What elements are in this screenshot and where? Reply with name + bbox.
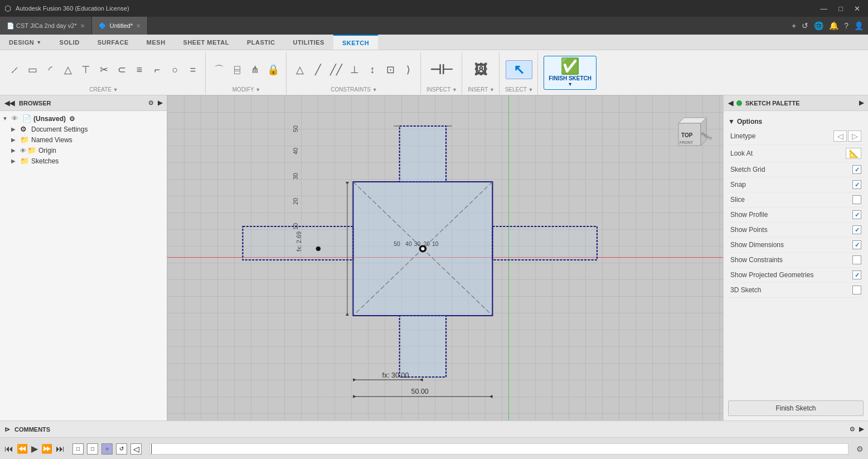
polygon-button[interactable]: △ <box>60 64 76 76</box>
sketch-offset[interactable]: ⋔ <box>247 64 263 76</box>
tab-close-cst[interactable]: ✕ <box>80 23 85 29</box>
points-checkbox[interactable]: ✓ <box>852 225 861 234</box>
design-dropdown-icon[interactable]: ▼ <box>36 40 41 45</box>
circle-button[interactable]: ○ <box>167 64 183 76</box>
snap-checkbox[interactable]: ✓ <box>852 180 861 189</box>
3dsketch-checkbox[interactable] <box>852 286 861 294</box>
tree-label-namedviews: Named Views <box>31 136 72 144</box>
constraints-dropdown[interactable]: ▼ <box>372 87 377 93</box>
marker-4[interactable]: ↺ <box>116 443 127 455</box>
tree-item-origin[interactable]: ▶ 👁 📁 Origin <box>0 145 167 156</box>
browser-collapse-icon[interactable]: ◀◀ <box>4 99 14 107</box>
canvas-area[interactable]: 50 40 30 20 10 <box>167 95 723 421</box>
palette-expand-right[interactable]: ▶ <box>859 99 864 107</box>
dimensions-checkbox[interactable]: ✓ <box>852 240 861 249</box>
go-start-button[interactable]: ⏮ <box>4 444 13 454</box>
horizontal-button[interactable]: ⊥ <box>347 64 362 76</box>
palette-options-header[interactable]: ▼ Options <box>728 115 864 128</box>
tree-item-unsaved[interactable]: ▼ 👁 📄 (Unsaved) ⚙ <box>0 113 167 124</box>
play-button[interactable]: ▶ <box>31 443 38 454</box>
tree-item-namedviews[interactable]: ▶ 📁 Named Views <box>0 134 167 145</box>
finish-sketch-ribbon-button[interactable]: ✅ FINISH SKETCH ▼ <box>544 56 597 90</box>
close-button[interactable]: ✕ <box>851 4 864 13</box>
create-dropdown[interactable]: ▼ <box>113 87 118 93</box>
inspect-dropdown[interactable]: ▼ <box>452 87 457 93</box>
ribbon-tab-utilities[interactable]: UTILITIES <box>284 35 333 50</box>
new-tab-button[interactable]: + <box>792 21 796 30</box>
ribbon-tab-sheetmetal[interactable]: SHEET METAL <box>174 35 238 50</box>
linetype-btn-2[interactable]: ▷ <box>848 131 861 142</box>
options-label: Options <box>737 118 762 125</box>
insert-dropdown[interactable]: ▼ <box>489 87 494 93</box>
view-cube[interactable]: TOP FRONT RIGHT <box>667 107 712 151</box>
midpoint-button[interactable]: ⟩ <box>400 64 416 76</box>
timeline-settings-icon[interactable]: ⚙ <box>856 444 864 453</box>
globe-icon[interactable]: 🌐 <box>814 21 823 30</box>
comments-bar: ⊳ COMMENTS ⊙ ▶ <box>0 421 868 437</box>
profile-checkbox[interactable]: ✓ <box>852 210 861 219</box>
trim-button[interactable]: ✂ <box>96 64 111 76</box>
coincident-button[interactable]: △ <box>292 64 308 76</box>
finish-sketch-palette-button[interactable]: Finish Sketch <box>728 400 864 416</box>
marker-1[interactable]: □ <box>72 443 84 455</box>
select-dropdown[interactable]: ▼ <box>528 87 533 93</box>
linetype-btn-1[interactable]: ◁ <box>833 131 847 142</box>
tree-label-docsettings: Document Settings <box>31 125 88 133</box>
account-icon[interactable]: 👤 <box>854 21 864 30</box>
ribbon-tab-plastic[interactable]: PLASTIC <box>238 35 284 50</box>
equal-button[interactable]: = <box>185 64 201 76</box>
step-back-button[interactable]: ⏪ <box>17 443 28 454</box>
tree-item-docsettings[interactable]: ▶ ⚙ Document Settings <box>0 124 167 134</box>
projected-checkbox[interactable]: ✓ <box>852 270 861 279</box>
marker-3[interactable]: ○ <box>101 443 113 455</box>
parallel-button[interactable]: ╱╱ <box>328 64 345 76</box>
modify-dropdown[interactable]: ▼ <box>255 87 260 93</box>
line-button[interactable]: ⟋ <box>7 63 22 76</box>
minimize-button[interactable]: — <box>817 4 831 13</box>
ribbon-tab-surface[interactable]: SURFACE <box>89 35 138 50</box>
select-button[interactable]: ↖ <box>506 60 532 79</box>
go-end-button[interactable]: ⏭ <box>56 444 65 454</box>
perpendicular-line-button[interactable]: ⊤ <box>78 64 94 76</box>
vertical-button[interactable]: ↕ <box>365 64 380 76</box>
collinear-button[interactable]: ╱ <box>310 64 326 76</box>
lookat-btn[interactable]: 📐 <box>846 148 861 159</box>
offset-button[interactable]: ⌐ <box>149 64 165 76</box>
tab-cst[interactable]: 📄 CST JICa 2nd day v2* ✕ <box>0 17 92 35</box>
tangent-button[interactable]: ⊡ <box>382 64 398 76</box>
comments-options[interactable]: ⊙ <box>850 426 855 433</box>
tab-design[interactable]: DESIGN ▼ <box>0 35 51 50</box>
inspect-button[interactable]: ⊣⊢ <box>426 61 457 79</box>
ribbon-tab-mesh[interactable]: MESH <box>138 35 174 50</box>
grid-checkbox[interactable]: ✓ <box>852 165 861 174</box>
notification-icon[interactable]: 🔔 <box>829 21 838 30</box>
slot-button[interactable]: ⊂ <box>114 64 129 76</box>
tab-close-untitled[interactable]: ✕ <box>136 23 140 29</box>
lock-button[interactable]: 🔒 <box>265 64 282 76</box>
ribbon-tab-sketch[interactable]: SKETCH <box>333 35 378 50</box>
marker-2[interactable]: □ <box>87 443 98 455</box>
step-forward-button[interactable]: ⏩ <box>41 443 52 454</box>
tree-item-sketches[interactable]: ▶ 📁 Sketches <box>0 156 167 166</box>
constraints-checkbox[interactable] <box>852 255 861 264</box>
timeline-area[interactable] <box>149 443 848 455</box>
palette-collapse-left[interactable]: ◀ <box>728 99 733 107</box>
browser-collapse-btn[interactable]: ⊳ <box>4 426 10 433</box>
finish-sketch-dropdown[interactable]: ▼ <box>568 81 573 87</box>
ribbon-tab-solid[interactable]: SOLID <box>51 35 89 50</box>
refresh-button[interactable]: ↺ <box>802 21 808 30</box>
marker-5[interactable]: ◁ <box>130 443 142 455</box>
browser-options-icon[interactable]: ⊙ <box>148 99 153 107</box>
break-button[interactable]: ⌸ <box>229 64 245 76</box>
browser-expand-right[interactable]: ▶ <box>158 99 162 107</box>
comments-expand[interactable]: ▶ <box>859 426 864 433</box>
rectangle-button[interactable]: ▭ <box>25 64 40 76</box>
fillet-button[interactable]: ⌒ <box>211 64 227 76</box>
arc-button[interactable]: ◜ <box>42 64 58 76</box>
help-icon[interactable]: ? <box>844 21 848 30</box>
insert-image-button[interactable]: 🖼 <box>468 61 494 79</box>
pattern-button[interactable]: ≡ <box>132 64 147 76</box>
tab-untitled[interactable]: 🔷 Untitled* ✕ <box>92 17 148 35</box>
maximize-button[interactable]: □ <box>835 4 846 13</box>
slice-checkbox[interactable] <box>852 195 861 204</box>
